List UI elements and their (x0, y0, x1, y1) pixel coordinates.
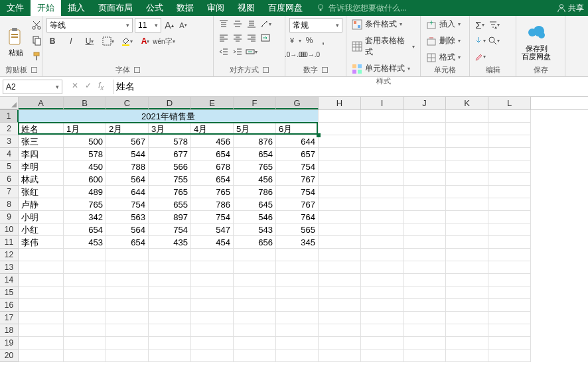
percent-button[interactable]: % (303, 34, 315, 46)
cell[interactable] (404, 236, 446, 249)
cell[interactable] (361, 274, 404, 286)
increase-font-button[interactable]: A▴ (163, 19, 175, 31)
cell[interactable] (64, 299, 106, 312)
cell[interactable]: 450 (64, 160, 106, 173)
col-header-B[interactable]: B (64, 97, 106, 109)
cell[interactable] (276, 249, 319, 261)
cell[interactable]: 788 (106, 160, 149, 173)
cell[interactable]: 565 (276, 223, 319, 236)
cell[interactable]: 林武 (19, 173, 64, 186)
cell[interactable]: 654 (64, 223, 106, 236)
cell[interactable]: 566 (149, 160, 191, 173)
cell[interactable]: 755 (149, 173, 191, 186)
cell[interactable] (404, 135, 446, 148)
cell[interactable] (404, 173, 446, 186)
col-header-J[interactable]: J (404, 97, 446, 109)
align-center-button[interactable] (232, 32, 244, 44)
decrease-indent-button[interactable] (218, 46, 230, 58)
cell[interactable]: 5月 (234, 123, 276, 135)
align-middle-button[interactable] (232, 18, 244, 30)
cell[interactable] (191, 349, 234, 362)
cell[interactable] (404, 299, 446, 312)
cell[interactable] (488, 299, 531, 312)
cell[interactable]: 4月 (191, 123, 234, 135)
row-header-16[interactable]: 16 (0, 299, 19, 312)
cell[interactable] (404, 286, 446, 299)
cell[interactable]: 657 (276, 148, 319, 160)
cell[interactable] (361, 312, 404, 324)
cell[interactable] (319, 274, 361, 286)
menu-tab-2[interactable]: 插入 (61, 0, 92, 16)
cell[interactable] (191, 299, 234, 312)
cell[interactable] (319, 261, 361, 274)
cell[interactable] (19, 299, 64, 312)
cell[interactable] (319, 198, 361, 211)
cell[interactable] (446, 249, 488, 261)
cell[interactable]: 453 (64, 236, 106, 249)
cell[interactable]: 2021年销售量 (19, 110, 319, 123)
row-header-7[interactable]: 7 (0, 186, 19, 198)
cell[interactable] (149, 299, 191, 312)
bold-button[interactable]: B (46, 35, 58, 47)
cell[interactable]: 564 (106, 173, 149, 186)
cell[interactable]: 654 (191, 148, 234, 160)
cell[interactable] (361, 211, 404, 223)
table-format-button[interactable]: 套用表格格式▾ (350, 34, 416, 58)
cell[interactable] (64, 324, 106, 337)
cell[interactable] (488, 349, 531, 362)
align-left-button[interactable] (218, 32, 230, 44)
font-size-combo[interactable]: 11▾ (135, 18, 161, 32)
col-header-F[interactable]: F (234, 97, 276, 109)
cell[interactable] (488, 249, 531, 261)
cell[interactable] (361, 349, 404, 362)
cell[interactable] (319, 173, 361, 186)
font-name-combo[interactable]: 等线▾ (46, 18, 133, 32)
cell[interactable]: 563 (106, 211, 149, 223)
cell[interactable] (446, 261, 488, 274)
cell[interactable] (446, 110, 488, 123)
cell[interactable]: 547 (191, 223, 234, 236)
cell[interactable]: 754 (106, 198, 149, 211)
cell[interactable] (319, 249, 361, 261)
cell[interactable] (361, 148, 404, 160)
save-baidu-button[interactable]: 保存到 百度网盘 (520, 18, 552, 64)
cell[interactable]: 454 (191, 236, 234, 249)
cell[interactable] (446, 123, 488, 135)
col-header-A[interactable]: A (19, 97, 64, 109)
cell[interactable] (191, 286, 234, 299)
cell[interactable] (361, 286, 404, 299)
cell[interactable] (234, 324, 276, 337)
cell[interactable] (149, 337, 191, 349)
cell[interactable] (361, 261, 404, 274)
cell[interactable]: 645 (234, 198, 276, 211)
cell[interactable] (361, 123, 404, 135)
cell[interactable] (488, 173, 531, 186)
cell[interactable] (488, 274, 531, 286)
select-all-corner[interactable] (0, 97, 19, 109)
format-painter-button[interactable] (31, 50, 42, 62)
cell[interactable] (106, 324, 149, 337)
comma-button[interactable]: , (317, 34, 329, 46)
row-header-15[interactable]: 15 (0, 286, 19, 299)
conditional-format-button[interactable]: 条件格式▾ (350, 18, 416, 31)
cell[interactable] (276, 349, 319, 362)
menu-tab-4[interactable]: 公式 (139, 0, 170, 16)
cell[interactable] (404, 160, 446, 173)
cell[interactable] (446, 236, 488, 249)
fill-color-button[interactable]: ▾ (121, 35, 133, 47)
fill-handle[interactable] (317, 133, 321, 137)
cell[interactable]: 786 (234, 186, 276, 198)
row-header-8[interactable]: 8 (0, 198, 19, 211)
col-header-G[interactable]: G (276, 97, 319, 109)
cell[interactable] (276, 261, 319, 274)
paste-button[interactable]: 粘贴 (4, 18, 28, 64)
insert-button[interactable]: 插入▾ (425, 18, 462, 31)
cell[interactable]: 1月 (64, 123, 106, 135)
cell[interactable]: 767 (276, 173, 319, 186)
cell[interactable] (488, 123, 531, 135)
row-header-1[interactable]: 1 (0, 110, 19, 123)
cell[interactable] (361, 249, 404, 261)
cell[interactable] (234, 349, 276, 362)
cell[interactable] (361, 236, 404, 249)
tell-me-search[interactable]: 告诉我您想要做什么... (316, 3, 407, 14)
